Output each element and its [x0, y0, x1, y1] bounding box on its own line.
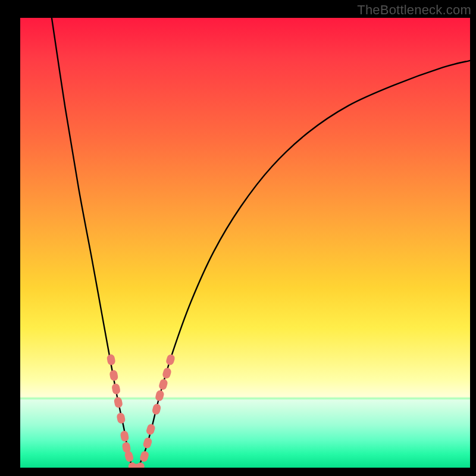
bottleneck-curve-svg [20, 18, 470, 468]
marker-capsule [109, 369, 118, 381]
marker-capsule [158, 378, 169, 391]
marker-capsule [155, 390, 165, 402]
marker-capsule [142, 437, 153, 449]
marker-capsule [111, 383, 121, 395]
marker-capsule [120, 430, 129, 442]
marker-group [107, 353, 176, 468]
watermark-text: TheBottleneck.com [357, 2, 471, 18]
chart-frame: TheBottleneck.com [0, 0, 476, 476]
marker-capsule [116, 412, 126, 424]
marker-capsule [107, 354, 116, 366]
marker-capsule [162, 367, 173, 380]
marker-capsule [145, 423, 156, 436]
marker-capsule [165, 353, 176, 366]
marker-capsule [114, 396, 123, 408]
plot-area [20, 18, 470, 468]
marker-capsule [152, 403, 162, 415]
